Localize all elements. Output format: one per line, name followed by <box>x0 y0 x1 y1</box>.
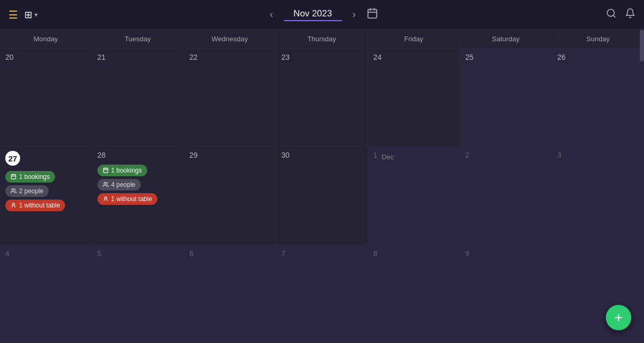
day-header-friday: Friday <box>368 30 460 48</box>
svg-point-10 <box>12 188 14 191</box>
grid-view-button[interactable]: ⊞ ▾ <box>24 9 38 21</box>
day-header-saturday: Saturday <box>460 30 552 48</box>
date-number: 6 <box>189 249 193 258</box>
svg-line-5 <box>613 15 615 17</box>
day-header-tuesday: Tuesday <box>92 30 184 48</box>
calendar-wrapper: Monday Tuesday Wednesday Thursday Friday… <box>0 30 644 343</box>
calendar-cell-1-6[interactable]: 3 <box>552 147 644 244</box>
people-badge-icon <box>103 182 109 188</box>
calendar-cell-2-5[interactable]: 9 <box>460 245 552 343</box>
calendar-cell-1-4[interactable]: 1Dec <box>368 147 460 244</box>
scrollbar-thumb[interactable] <box>640 30 644 61</box>
calendar-cell-1-3[interactable]: 30 <box>276 147 368 244</box>
date-number: 5 <box>97 249 102 258</box>
badge-text: 2 people <box>19 187 43 195</box>
badge-text: 1 without table <box>19 202 60 209</box>
badge-gray[interactable]: 2 people <box>5 185 49 197</box>
date-number: 20 <box>5 53 14 61</box>
prev-month-button[interactable]: ‹ <box>266 7 278 22</box>
day-header-monday: Monday <box>0 30 92 48</box>
date-number: 3 <box>557 151 561 159</box>
svg-rect-6 <box>11 175 15 179</box>
calendar-cell-2-4[interactable]: 8 <box>368 245 460 343</box>
day-header-thursday: Thursday <box>276 30 368 48</box>
calendar-row-1: 271 bookings2 people1 without table281 b… <box>0 147 644 245</box>
calendar-cell-1-0[interactable]: 271 bookings2 people1 without table <box>0 147 92 244</box>
calendar-cell-1-1[interactable]: 281 bookings4 people1 without table <box>92 147 184 244</box>
date-number: 22 <box>189 53 198 61</box>
date-number: 26 <box>557 53 566 61</box>
calendar-cell-0-6[interactable]: 26 <box>552 49 644 146</box>
date-number: 4 <box>5 249 10 258</box>
date-number: 1 <box>373 151 378 159</box>
badge-text: 1 bookings <box>111 167 142 174</box>
header-right <box>606 8 636 21</box>
next-month-button[interactable]: › <box>348 7 360 22</box>
event-badges: 1 bookings4 people1 without table <box>97 165 178 205</box>
date-number: 27 <box>5 151 20 166</box>
date-number: 23 <box>281 53 290 61</box>
people-badge-icon <box>11 188 16 195</box>
date-number: 2 <box>466 151 470 159</box>
calendar-today-icon[interactable] <box>366 7 378 22</box>
badge-green[interactable]: 1 bookings <box>97 165 147 176</box>
badge-gray[interactable]: 4 people <box>97 179 141 191</box>
calendar-row-0: 20212223242526 <box>0 49 644 147</box>
no-table-badge-icon <box>103 196 109 203</box>
badge-red[interactable]: 1 without table <box>97 193 157 205</box>
notifications-icon[interactable] <box>625 8 636 21</box>
date-number: 28 <box>97 151 106 159</box>
badge-text: 1 bookings <box>19 173 50 180</box>
calendar-cell-0-5[interactable]: 25 <box>460 49 552 146</box>
svg-rect-12 <box>103 168 108 173</box>
svg-rect-0 <box>368 10 377 18</box>
calendar-row-2: 456789 <box>0 245 644 343</box>
header-left: ☰ ⊞ ▾ <box>8 8 38 21</box>
month-label-secondary: Dec <box>382 153 394 161</box>
date-number: 8 <box>373 249 378 258</box>
badge-text: 1 without table <box>111 195 152 203</box>
calendar-cell-1-5[interactable]: 2 <box>460 147 552 244</box>
calendar-cell-0-3[interactable]: 23 <box>276 49 368 146</box>
date-number: 25 <box>466 53 474 61</box>
app-header: ☰ ⊞ ▾ ‹ Nov 2023 › <box>0 0 644 30</box>
calendar-cell-0-2[interactable]: 22 <box>184 49 276 146</box>
date-number: 29 <box>189 151 198 159</box>
add-booking-fab[interactable]: + <box>606 305 631 330</box>
calendar-cell-0-0[interactable]: 20 <box>0 49 92 146</box>
date-number: 9 <box>466 249 470 258</box>
month-label: Nov 2023 <box>284 8 342 21</box>
search-icon[interactable] <box>606 8 616 21</box>
calendar-cell-2-3[interactable]: 7 <box>276 245 368 343</box>
scrollbar-track[interactable] <box>640 30 644 343</box>
calendar-cell-1-2[interactable]: 29 <box>184 147 276 244</box>
event-badges: 1 bookings2 people1 without table <box>5 171 86 211</box>
calendar-cell-2-6[interactable] <box>552 245 644 343</box>
calendar-cell-2-2[interactable]: 6 <box>184 245 276 343</box>
date-number: 21 <box>97 53 106 61</box>
day-header-wednesday: Wednesday <box>184 30 276 48</box>
svg-point-16 <box>104 182 106 184</box>
no-table-badge-icon <box>11 202 16 209</box>
day-headers: Monday Tuesday Wednesday Thursday Friday… <box>0 30 644 49</box>
calendar-badge-icon <box>103 167 109 174</box>
calendar-body: 20212223242526271 bookings2 people1 with… <box>0 49 644 343</box>
grid-icon: ⊞ <box>24 9 32 21</box>
date-number: 7 <box>281 249 285 258</box>
hamburger-icon[interactable]: ☰ <box>8 8 18 21</box>
date-number: 24 <box>373 53 382 61</box>
day-header-sunday: Sunday <box>552 30 644 48</box>
badge-red[interactable]: 1 without table <box>5 200 65 211</box>
grid-chevron-icon: ▾ <box>34 11 38 19</box>
badge-green[interactable]: 1 bookings <box>5 171 55 183</box>
header-center: ‹ Nov 2023 › <box>266 7 378 22</box>
calendar-cell-0-4[interactable]: 24 <box>368 49 460 146</box>
calendar-cell-2-0[interactable]: 4 <box>0 245 92 343</box>
calendar-cell-0-1[interactable]: 21 <box>92 49 184 146</box>
calendar-badge-icon <box>11 174 16 180</box>
calendar-cell-2-1[interactable]: 5 <box>92 245 184 343</box>
date-number: 30 <box>281 151 290 159</box>
badge-text: 4 people <box>111 181 136 188</box>
